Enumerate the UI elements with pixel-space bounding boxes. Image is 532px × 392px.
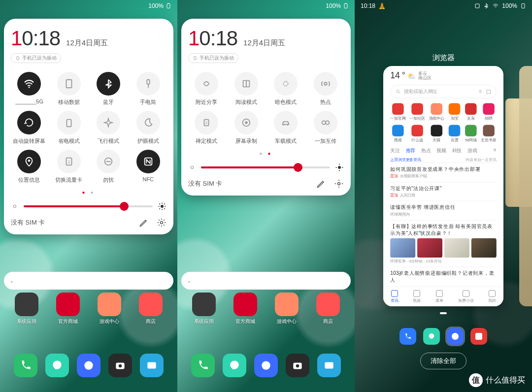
battery-text: 100% — [502, 2, 517, 9]
recent-card-browser[interactable]: 14°⛅ 多云南山区 搜索或输入网址 一加官网一加社区游戏中心淘宝京东招聘携程什… — [383, 66, 503, 306]
qs-tile-dnd[interactable]: 勿扰 — [90, 150, 127, 184]
qs-tile-plane[interactable]: 飞行模式 — [90, 111, 127, 145]
news-item[interactable]: 读懂医生辛苦 增进医患信任环球网国内 — [390, 201, 497, 220]
qs-tile-beam[interactable]: 一加互传 — [307, 111, 344, 145]
bookmark-item[interactable]: 游戏中心 — [429, 103, 444, 121]
home-app[interactable]: 官方商城 — [233, 293, 257, 325]
news-item[interactable]: 103岁老人能劈柴还能编织鞋？记者到来，老人 — [390, 267, 497, 287]
dock-camera[interactable] — [286, 354, 309, 377]
qs-tile-wifi[interactable]: _______5G — [11, 72, 48, 106]
feed-tabs[interactable]: 关注推荐热点视频科技游戏≡ — [390, 148, 497, 155]
brightness-slider[interactable] — [188, 163, 344, 172]
dock-messages[interactable] — [223, 354, 246, 377]
home-app[interactable]: 系统应用 — [15, 293, 38, 325]
browser-bottom-nav[interactable]: 资讯视频菜单免费小说我的 — [383, 287, 503, 306]
qs-tile-book[interactable]: 阅读模式 — [228, 72, 265, 106]
qs-tile-bluetooth[interactable]: 蓝牙 — [90, 72, 127, 106]
home-app[interactable]: 游戏中心 — [275, 293, 299, 325]
notification-bar[interactable] — [181, 272, 351, 290]
svg-point-3 — [29, 87, 30, 88]
bnav-item[interactable]: 视频 — [413, 290, 421, 303]
page-indicator[interactable]: ● ● — [11, 190, 166, 195]
dock-phone[interactable] — [191, 354, 215, 377]
scan-icon[interactable] — [486, 89, 491, 95]
dock-browser[interactable] — [77, 354, 100, 377]
qs-tile-car[interactable]: 车载模式 — [267, 111, 304, 145]
feed-tab[interactable]: 关注 — [390, 148, 400, 155]
home-app[interactable]: 商店 — [139, 293, 163, 325]
qs-tile-moon[interactable]: 护眼模式 — [130, 111, 167, 145]
qs-tile-record[interactable]: 屏幕录制 — [228, 111, 265, 145]
vibration-chip[interactable]: 手机已设为振动 — [188, 53, 238, 63]
bnav-item[interactable]: 菜单 — [435, 290, 443, 303]
dock-messages[interactable] — [45, 354, 69, 377]
mini-message-icon[interactable] — [423, 328, 440, 345]
news-item[interactable]: 习近平的"法治公开课"置顶人民日报 — [390, 182, 497, 201]
feed-tab[interactable]: 推荐 — [406, 148, 416, 155]
qs-tile-rotate[interactable]: 自动旋转屏幕 — [11, 111, 48, 145]
mini-phone-icon[interactable] — [399, 328, 416, 345]
qs-tile-flash[interactable]: 手电筒 — [130, 72, 167, 106]
qs-tile-dark[interactable]: 暗色模式 — [267, 72, 304, 106]
vibration-chip[interactable]: 手机已设为振动 — [11, 53, 61, 63]
qs-tile-zen[interactable]: Z禅定模式 — [188, 111, 225, 145]
bookmark-item[interactable]: 什么值 — [409, 125, 425, 143]
clear-all-button[interactable]: 清除全部 — [420, 353, 466, 369]
mic-icon[interactable] — [478, 89, 483, 95]
bluetooth-status-icon — [483, 3, 489, 9]
status-bar: 100% — [177, 0, 355, 12]
edit-icon[interactable] — [139, 218, 149, 228]
home-app[interactable]: 商店 — [316, 293, 340, 325]
svg-point-59 — [397, 90, 399, 92]
qs-tile-simswap[interactable]: 1切换流量卡 — [51, 150, 88, 184]
notification-bar[interactable] — [4, 272, 173, 290]
bookmark-item[interactable]: 京东 — [465, 103, 477, 121]
qs-tile-share[interactable]: 附近分享 — [188, 72, 225, 106]
feed-tab[interactable]: 科技 — [452, 148, 462, 155]
bnav-item[interactable]: 资讯 — [391, 290, 399, 303]
svg-rect-32 — [194, 57, 196, 60]
settings-icon[interactable] — [334, 179, 344, 189]
battery-text: 100% — [148, 2, 164, 9]
mini-browser-icon[interactable] — [447, 328, 464, 345]
qs-tile-battery[interactable]: 省电模式 — [51, 111, 88, 145]
page-indicator[interactable]: ● ● — [188, 151, 344, 156]
bookmark-item[interactable]: 携程 — [390, 125, 405, 143]
dock-browser[interactable] — [254, 354, 278, 377]
home-app[interactable]: 游戏中心 — [98, 293, 121, 325]
bookmark-item[interactable]: 58同城 — [465, 125, 477, 143]
home-app[interactable]: 系统应用 — [192, 293, 216, 325]
news-item[interactable]: 【有聊】这样的事情发生后 却有美国官员表示为美"人权"状况自豪？！环球军事 · … — [390, 220, 497, 267]
recent-card-next[interactable] — [519, 66, 532, 306]
dock-camera[interactable] — [108, 354, 132, 377]
bookmark-item[interactable]: 一加社区 — [409, 103, 425, 121]
feed-menu-icon[interactable]: ≡ — [494, 148, 497, 155]
edit-icon[interactable] — [316, 179, 326, 189]
qs-tile-nfc[interactable]: NFC — [130, 150, 167, 184]
mini-store-icon[interactable] — [470, 328, 487, 345]
bookmark-item[interactable]: 百度 — [448, 125, 461, 143]
share-icon — [201, 78, 212, 89]
bookmark-item[interactable]: 主页书签 — [481, 125, 496, 143]
dock-gallery[interactable] — [317, 354, 341, 377]
qs-tile-sim[interactable]: 移动数据 — [51, 72, 88, 106]
bookmark-item[interactable]: 招聘 — [481, 103, 496, 121]
feed-tab[interactable]: 热点 — [421, 148, 431, 155]
search-box[interactable]: 搜索或输入网址 — [390, 85, 497, 98]
qs-tile-hotspot[interactable]: 热点 — [307, 72, 344, 106]
feed-tab[interactable]: 游戏 — [467, 148, 477, 155]
dock-gallery[interactable] — [140, 354, 164, 377]
dock-phone[interactable] — [14, 354, 37, 377]
settings-icon[interactable] — [157, 218, 166, 228]
bnav-item[interactable]: 免费小说 — [458, 290, 474, 303]
feed-tab[interactable]: 视频 — [436, 148, 446, 155]
bookmark-item[interactable]: 淘宝 — [448, 103, 461, 121]
qs-tile-location[interactable]: 位置信息 — [11, 150, 48, 184]
news-item[interactable]: 如何巩固脱贫攻坚成果？中央作出部署置顶央视新闻客户端 — [390, 163, 497, 182]
bookmark-item[interactable]: 一加官网 — [390, 103, 405, 121]
feed-hint: 上滑浏览更多资讯 — [390, 157, 421, 163]
brightness-slider[interactable] — [11, 202, 166, 211]
bnav-item[interactable]: 我的 — [488, 290, 496, 303]
bookmark-item[interactable]: 天猫 — [429, 125, 444, 143]
home-app[interactable]: 官方商城 — [56, 293, 80, 325]
